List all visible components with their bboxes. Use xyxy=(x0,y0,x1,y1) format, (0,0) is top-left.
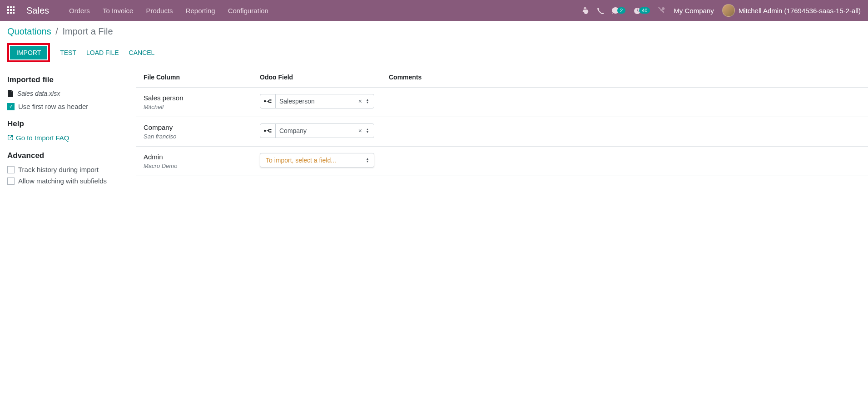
field-value: Company xyxy=(276,127,357,134)
bug-icon[interactable] xyxy=(581,7,589,14)
header-file-column: File Column xyxy=(144,74,260,81)
nav-products[interactable]: Products xyxy=(146,7,173,15)
messages-icon[interactable]: 2 xyxy=(612,7,625,14)
header-odoo-field: Odoo Field xyxy=(260,74,389,81)
column-name: Admin xyxy=(144,153,260,161)
use-first-row-label: Use first row as header xyxy=(18,103,88,110)
breadcrumb-current: Import a File xyxy=(62,26,113,36)
svg-point-5 xyxy=(264,130,266,132)
spinner-icon[interactable]: ▴▾ xyxy=(364,99,374,104)
column-sample: San franciso xyxy=(144,133,260,140)
allow-subfields-checkbox[interactable]: Allow matching with subfields xyxy=(7,177,129,185)
activities-badge: 40 xyxy=(639,7,650,14)
field-select-placeholder[interactable]: To import, select a field... ▴▾ xyxy=(260,153,374,168)
table-header: File Column Odoo Field Comments xyxy=(136,67,868,88)
odoo-field-cell: To import, select a field... ▴▾ xyxy=(260,153,389,168)
svg-rect-3 xyxy=(269,102,272,103)
nav-menu: Orders To Invoice Products Reporting Con… xyxy=(69,7,268,15)
file-icon xyxy=(7,90,14,97)
svg-rect-4 xyxy=(268,100,269,103)
relation-icon xyxy=(260,94,276,108)
breadcrumb-parent[interactable]: Quotations xyxy=(7,26,51,36)
clear-field-icon[interactable]: × xyxy=(357,127,364,134)
svg-rect-9 xyxy=(268,129,269,132)
relation-icon xyxy=(260,124,276,138)
top-navbar: Sales Orders To Invoice Products Reporti… xyxy=(0,0,868,21)
column-sample: Macro Demo xyxy=(144,163,260,169)
field-select[interactable]: Salesperson × ▴▾ xyxy=(260,94,374,108)
import-button[interactable]: IMPORT xyxy=(10,46,47,59)
app-name[interactable]: Sales xyxy=(26,5,49,16)
help-section: Help Go to Import FAQ xyxy=(7,119,129,142)
allow-subfields-label: Allow matching with subfields xyxy=(18,177,107,185)
advanced-section: Advanced Track history during import All… xyxy=(7,151,129,185)
nav-to-invoice[interactable]: To Invoice xyxy=(103,7,134,15)
imported-file-heading: Imported file xyxy=(7,75,129,84)
action-bar: IMPORT TEST LOAD FILE CANCEL xyxy=(7,43,861,62)
load-file-button[interactable]: LOAD FILE xyxy=(86,49,119,56)
table-row: Admin Macro Demo To import, select a fie… xyxy=(136,147,868,176)
advanced-heading: Advanced xyxy=(7,151,129,160)
field-value: Salesperson xyxy=(276,98,357,105)
spinner-icon[interactable]: ▴▾ xyxy=(364,158,374,163)
file-name[interactable]: Sales data.xlsx xyxy=(17,90,60,97)
import-faq-link[interactable]: Go to Import FAQ xyxy=(7,134,69,142)
activities-icon[interactable]: 40 xyxy=(634,7,650,14)
column-name: Sales person xyxy=(144,94,260,102)
test-button[interactable]: TEST xyxy=(60,49,76,56)
column-name: Company xyxy=(144,123,260,131)
svg-rect-2 xyxy=(269,99,272,100)
subheader: Quotations / Import a File IMPORT TEST L… xyxy=(0,21,868,62)
main: File Column Odoo Field Comments Sales pe… xyxy=(136,67,868,404)
nav-orders[interactable]: Orders xyxy=(69,7,90,15)
avatar xyxy=(722,4,735,17)
svg-point-0 xyxy=(264,100,266,103)
clear-field-icon[interactable]: × xyxy=(357,98,364,105)
checkbox-unchecked-icon xyxy=(7,166,15,173)
use-first-row-checkbox[interactable]: ✓ Use first row as header xyxy=(7,103,129,110)
svg-rect-8 xyxy=(269,132,272,133)
track-history-checkbox[interactable]: Track history during import xyxy=(7,166,129,173)
faq-link-label: Go to Import FAQ xyxy=(16,134,69,142)
nav-configuration[interactable]: Configuration xyxy=(228,7,268,15)
apps-menu-icon[interactable] xyxy=(7,6,15,15)
messages-badge: 2 xyxy=(617,7,625,14)
company-switcher[interactable]: My Company xyxy=(674,7,714,15)
file-column-cell: Company San franciso xyxy=(144,123,260,140)
nav-reporting[interactable]: Reporting xyxy=(186,7,215,15)
import-highlight: IMPORT xyxy=(7,43,50,62)
file-column-cell: Sales person Mitchell xyxy=(144,94,260,110)
help-heading: Help xyxy=(7,119,129,128)
column-sample: Mitchell xyxy=(144,103,260,110)
navbar-left: Sales Orders To Invoice Products Reporti… xyxy=(7,5,268,16)
checkbox-checked-icon: ✓ xyxy=(7,103,15,110)
field-select[interactable]: Company × ▴▾ xyxy=(260,123,374,138)
sidebar: Imported file Sales data.xlsx ✓ Use firs… xyxy=(0,67,136,404)
breadcrumb: Quotations / Import a File xyxy=(7,26,861,37)
phone-icon[interactable] xyxy=(597,7,604,14)
user-menu[interactable]: Mitchell Admin (17694536-saas-15-2-all) xyxy=(722,4,861,17)
external-link-icon xyxy=(7,135,13,141)
table-row: Company San franciso Company × ▴▾ xyxy=(136,117,868,147)
navbar-right: 2 40 My Company Mitchell Admin (17694536… xyxy=(581,4,861,17)
file-column-cell: Admin Macro Demo xyxy=(144,153,260,169)
spinner-icon[interactable]: ▴▾ xyxy=(364,128,374,133)
tools-icon[interactable] xyxy=(658,7,665,14)
table-row: Sales person Mitchell Salesperson × ▴▾ xyxy=(136,88,868,117)
file-row: Sales data.xlsx xyxy=(7,90,129,97)
odoo-field-cell: Company × ▴▾ xyxy=(260,123,389,138)
breadcrumb-separator: / xyxy=(55,26,58,36)
header-comments: Comments xyxy=(389,74,861,81)
track-history-label: Track history during import xyxy=(18,166,99,173)
user-name: Mitchell Admin (17694536-saas-15-2-all) xyxy=(739,7,861,15)
field-placeholder: To import, select a field... xyxy=(260,157,364,164)
cancel-button[interactable]: CANCEL xyxy=(129,49,155,56)
checkbox-unchecked-icon xyxy=(7,177,15,185)
svg-rect-7 xyxy=(269,129,272,130)
odoo-field-cell: Salesperson × ▴▾ xyxy=(260,94,389,108)
body: Imported file Sales data.xlsx ✓ Use firs… xyxy=(0,67,868,404)
